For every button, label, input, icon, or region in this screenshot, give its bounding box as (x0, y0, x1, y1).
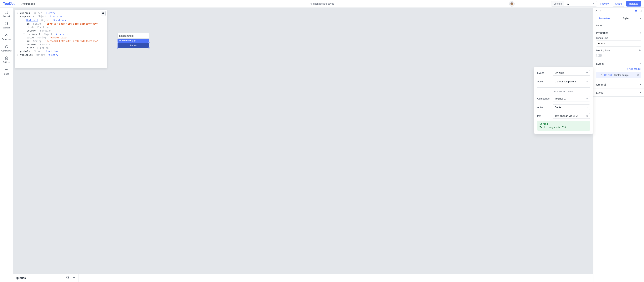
tree-row-textinput1-value[interactable]: value String "Random text" (17, 36, 105, 39)
user-avatar[interactable]: 🧔🏽 (509, 1, 514, 6)
tree-row-textinput1-settext[interactable]: setText Function (17, 43, 105, 46)
sidebar-item-debugger[interactable]: Debugger (2, 33, 11, 40)
undo-button[interactable]: ↶ (595, 10, 598, 13)
gear-icon: ⚙ (119, 40, 121, 42)
database-icon (4, 21, 8, 26)
left-sidebar: ⬚ Inspect Sources Debugger Comments (0, 8, 13, 282)
action-select[interactable]: Control component (553, 79, 590, 84)
component-label: Component (537, 97, 553, 100)
version-select[interactable]: v1 (564, 1, 597, 6)
app-title[interactable]: Untitled app (20, 2, 35, 5)
chevron-down-icon (640, 84, 641, 85)
preview-button[interactable]: Preview (599, 1, 611, 6)
tree-row-button1-click[interactable]: click Function (17, 25, 105, 29)
handler-event: On click (604, 74, 612, 76)
section-events[interactable]: Events (594, 60, 644, 68)
hint-value: Text change via CSA (540, 126, 588, 129)
trash-icon[interactable]: 🗑 (637, 74, 640, 76)
sidebar-item-comments[interactable]: Comments (1, 45, 12, 52)
logo[interactable]: ToolJet (3, 2, 14, 6)
action-options-label: ACTION OPTIONS (537, 91, 590, 93)
resize-handle[interactable] (117, 47, 118, 49)
tree-row-button1-id[interactable]: id String "850f40e7-93eb-41fe-aaf8-6a3e8… (17, 22, 105, 25)
tree-row-button1[interactable]: › button1 Object 3 entries (17, 18, 105, 22)
textinput1-widget[interactable]: Random text (118, 33, 149, 38)
queries-bar: Queries (13, 274, 593, 282)
tree-row-textinput1[interactable]: › textinput1 Object 4 entries (17, 32, 105, 36)
sidebar-label: Back (4, 73, 9, 75)
event-config-popup: Event On click Action Control component … (534, 67, 593, 134)
section-general[interactable]: General (594, 81, 644, 89)
sidebar-label: Sources (2, 26, 10, 29)
tab-properties[interactable]: Properties (594, 15, 615, 22)
copy-icon[interactable]: ⧉ (587, 122, 588, 125)
chevron-down-icon (586, 81, 588, 82)
unpin-button[interactable] (100, 11, 106, 16)
inspect-icon: ⬚ (4, 10, 9, 14)
comment-icon (4, 45, 9, 49)
close-panel-button[interactable]: ✕ (637, 15, 644, 22)
svg-rect-4 (635, 10, 637, 11)
tree-row-button1-settext[interactable]: setText Function (17, 29, 105, 32)
component-icon (23, 19, 25, 21)
sidebar-item-back[interactable]: Back (4, 68, 9, 75)
resize-handle[interactable] (148, 47, 150, 49)
svg-point-0 (5, 22, 8, 23)
button-text-label: Button Text (596, 37, 641, 39)
chevron-down-icon (586, 72, 588, 73)
action2-select[interactable]: Set text (553, 105, 590, 110)
selection-name: BUTTON1 (122, 40, 131, 42)
button1-widget[interactable]: Button (118, 42, 149, 48)
release-button[interactable]: Release (626, 1, 641, 6)
share-button[interactable]: Share (613, 1, 624, 6)
tree-row-textinput1-clear[interactable]: clear Function (17, 46, 105, 50)
section-properties[interactable]: Properties (594, 29, 644, 37)
tree-row-queries[interactable]: › queries Object 0 entry (17, 11, 105, 15)
version-value: v1 (567, 2, 569, 5)
inspector-panel[interactable]: › queries Object 0 entry › components Ob… (14, 9, 107, 68)
button-text-input[interactable] (596, 40, 641, 46)
sidebar-label: Debugger (2, 38, 11, 40)
text-label: text (537, 115, 553, 117)
sidebar-item-inspect[interactable]: ⬚ Inspect (3, 10, 10, 17)
tree-row-globals[interactable]: › globals Object 3 entries (17, 50, 105, 53)
action-label: Action (537, 80, 553, 83)
event-select[interactable]: On click (553, 70, 590, 76)
desktop-icon[interactable] (634, 9, 638, 13)
sidebar-item-settings[interactable]: Settings (3, 56, 10, 63)
add-icon[interactable] (72, 276, 76, 280)
resize-handle[interactable] (117, 42, 118, 43)
tab-styles[interactable]: Styles (615, 15, 637, 22)
button-text: Button (130, 44, 137, 47)
tree-row-variables[interactable]: › variables Object 0 entry (17, 53, 105, 57)
resize-handle[interactable] (148, 42, 150, 43)
component-select[interactable]: textinput1 (553, 96, 590, 101)
expand-icon[interactable]: ⧉ (586, 115, 588, 117)
loading-toggle[interactable] (596, 54, 602, 57)
add-handler-button[interactable]: + Add handler (596, 68, 641, 70)
canvas[interactable]: › queries Object 0 entry › components Ob… (13, 8, 593, 274)
section-layout[interactable]: Layout (594, 89, 644, 96)
svg-point-2 (6, 58, 7, 59)
value-hint: ⧉ String Text change via CSA (537, 121, 590, 131)
component-icon (23, 33, 25, 35)
tree-row-components[interactable]: › components Object 2 entries (17, 15, 105, 18)
drag-icon[interactable]: ⋮⋮ (598, 74, 603, 76)
button1-widget-wrapper: ⚙ BUTTON1 | 🗑 Button (118, 39, 149, 48)
tree-row-textinput1-id[interactable]: id String "b7fb4840-0cf2-4991-afb8-1b133… (17, 39, 105, 43)
redo-button[interactable]: ↷ (599, 10, 602, 13)
search-icon[interactable] (66, 276, 70, 280)
sidebar-item-sources[interactable]: Sources (2, 21, 10, 29)
text-input[interactable]: Text change via CSA ⧉ (553, 113, 590, 119)
selection-label[interactable]: ⚙ BUTTON1 | 🗑 (118, 39, 149, 42)
fx-button[interactable]: Fx (639, 49, 641, 52)
event-handler-row[interactable]: ⋮⋮ On click Control comp... 🗑 (596, 72, 641, 78)
mobile-icon[interactable] (640, 9, 642, 13)
trash-icon[interactable]: 🗑 (134, 40, 136, 42)
handler-action: Control comp... (614, 74, 636, 76)
event-label: Event (537, 71, 553, 74)
sidebar-label: Comments (1, 50, 12, 52)
chevron-up-icon (640, 32, 641, 33)
chevron-down-icon (586, 98, 588, 99)
component-name[interactable]: button1 (594, 22, 644, 29)
